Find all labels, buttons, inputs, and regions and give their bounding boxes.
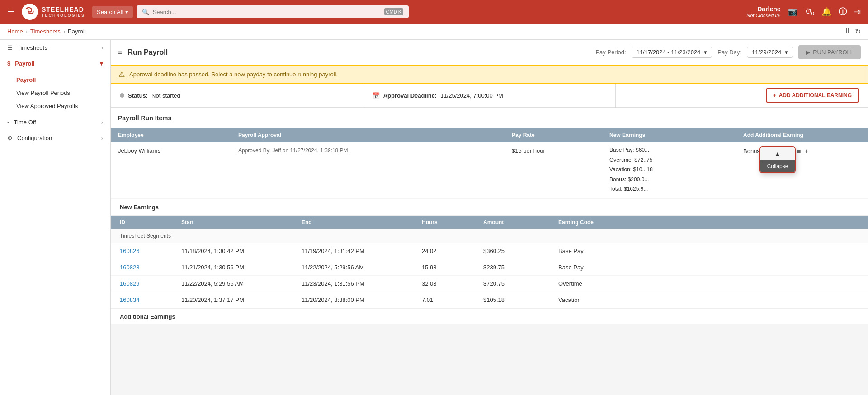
col-employee: Employee xyxy=(118,132,231,138)
nav-right: Darlene Not Clocked In! 📷 ⏱0 🔔 ⓘ ⇥ xyxy=(746,5,861,18)
breadcrumb-home[interactable]: Home xyxy=(7,28,23,35)
run-payroll-panel: ≡ Run Payroll Pay Period: 11/17/2024 - 1… xyxy=(111,40,868,108)
hours-160829: 32.03 xyxy=(422,280,476,287)
user-name: Darlene xyxy=(746,5,780,13)
refresh-icon[interactable]: ↻ xyxy=(855,27,861,36)
hours-160828: 15.98 xyxy=(422,264,476,271)
logout-icon[interactable]: ⇥ xyxy=(854,7,861,17)
start-160834: 11/20/2024, 1:37:17 PM xyxy=(181,296,294,303)
collapse-button[interactable]: Collapse xyxy=(760,160,795,172)
chevron-down-icon-payroll: ▾ xyxy=(100,60,103,67)
pay-period-value: 11/17/2024 - 11/23/2024 xyxy=(637,49,701,56)
code-160834: Vacation xyxy=(558,296,859,303)
sidebar-item-payroll[interactable]: $ Payroll ▾ xyxy=(0,56,110,71)
sub-col-amount: Amount xyxy=(483,219,551,226)
sidebar-item-time-off[interactable]: ▪ Time Off › xyxy=(0,114,110,130)
code-160829: Overtime xyxy=(558,280,859,287)
panel-title: Run Payroll xyxy=(127,48,168,56)
bell-icon[interactable]: 🔔 xyxy=(821,7,831,17)
warning-icon: ⚠ xyxy=(118,70,125,79)
run-payroll-button[interactable]: ▶ RUN PAYROLL xyxy=(798,45,861,59)
timer-icon[interactable]: ⏱0 xyxy=(805,8,814,16)
additional-earnings-label: Additional Earnings xyxy=(111,308,868,324)
warning-bar: ⚠ Approval deadline has passed. Select a… xyxy=(111,65,868,84)
add-additional-earning-button[interactable]: + ADD ADDITIONAL EARNING xyxy=(766,88,859,103)
sidebar-sub-payroll-periods[interactable]: View Payroll Periods xyxy=(16,86,110,99)
collapse-label: Collapse xyxy=(767,163,788,169)
add-earning-cell: + ADD ADDITIONAL EARNING xyxy=(616,84,868,107)
warning-text: Approval deadline has passed. Select a n… xyxy=(129,71,338,78)
status-value: Not started xyxy=(151,92,180,99)
total-line: Total: $1625.9... xyxy=(609,184,736,194)
start-160829: 11/22/2024, 5:29:56 AM xyxy=(181,280,294,287)
calendar-icon: 📅 xyxy=(373,92,380,99)
amount-160829: $720.75 xyxy=(483,280,551,287)
search-box: 🔍 CMD K xyxy=(137,5,409,18)
plus-icon-earn: + xyxy=(773,92,776,99)
hours-160834: 7.01 xyxy=(422,296,476,303)
col-approval: Payroll Approval xyxy=(238,132,505,138)
end-160829: 11/23/2024, 1:31:56 PM xyxy=(302,280,415,287)
collapse-popup: ▲ Collapse xyxy=(760,146,796,173)
approval-text: Approved By: Jeff on 11/27/2024, 1:39:18… xyxy=(238,146,505,154)
overtime-line: Overtime: $72..75 xyxy=(609,155,736,165)
amount-160828: $239.75 xyxy=(483,264,551,271)
sub-col-end: End xyxy=(302,219,415,226)
col-newearnings: New Earnings xyxy=(609,132,736,138)
base-pay-line: Base Pay: $60... xyxy=(609,146,736,155)
pause-icon[interactable]: ⏸ xyxy=(844,27,851,36)
chevron-right-icon-config: › xyxy=(101,135,103,141)
panel-header: ≡ Run Payroll Pay Period: 11/17/2024 - 1… xyxy=(111,40,868,65)
up-arrow-button[interactable]: ▲ xyxy=(760,147,795,160)
new-earnings-table-header: ID Start End Hours Amount Earning Code xyxy=(111,216,868,229)
breadcrumb-timesheets[interactable]: Timesheets xyxy=(30,28,61,35)
earning-id-160828[interactable]: 160828 xyxy=(120,264,174,271)
sidebar-timesheets-label: Timesheets xyxy=(17,44,47,51)
earning-id-160834[interactable]: 160834 xyxy=(120,296,174,303)
start-160826: 11/18/2024, 1:30:42 PM xyxy=(181,248,294,254)
logo-icon xyxy=(22,4,38,20)
code-160826: Base Pay xyxy=(558,248,859,254)
hamburger-icon[interactable]: ☰ xyxy=(7,7,14,17)
end-160828: 11/22/2024, 5:29:56 AM xyxy=(302,264,415,271)
gear-icon: ⚙ xyxy=(7,135,13,141)
earning-id-160826[interactable]: 160826 xyxy=(120,248,174,254)
chevron-right-icon: › xyxy=(101,44,103,51)
chevron-down-period: ▾ xyxy=(704,49,707,56)
main-content: ≡ Run Payroll Pay Period: 11/17/2024 - 1… xyxy=(111,40,868,395)
pay-day-selector[interactable]: 11/29/2024 ▾ xyxy=(747,47,793,58)
stop-icon[interactable]: ■ xyxy=(797,147,801,155)
run-payroll-label: RUN PAYROLL xyxy=(813,49,854,56)
code-160828: Base Pay xyxy=(558,264,859,271)
status-row: Status: Not started 📅 Approval Deadline:… xyxy=(111,84,868,108)
start-160828: 11/21/2024, 1:30:56 PM xyxy=(181,264,294,271)
hours-160826: 24.02 xyxy=(422,248,476,254)
info-icon[interactable]: ⓘ xyxy=(839,6,847,17)
chevron-right-icon-timeoff: › xyxy=(101,119,103,126)
sidebar-sub-approved-payrolls[interactable]: View Approved Payrolls xyxy=(16,99,110,113)
camera-icon[interactable]: 📷 xyxy=(788,7,798,17)
earning-id-160829[interactable]: 160829 xyxy=(120,280,174,287)
app-name: STEELHEAD xyxy=(42,6,85,13)
pay-period-label: Pay Period: xyxy=(595,49,626,56)
sub-col-start: Start xyxy=(181,219,294,226)
sidebar-item-timesheets[interactable]: ☰ Timesheets › xyxy=(0,40,110,56)
new-earnings-cell: Base Pay: $60... Overtime: $72..75 Vacat… xyxy=(609,146,736,194)
pay-period-selector[interactable]: 11/17/2024 - 11/23/2024 ▾ xyxy=(632,47,712,58)
sidebar: ☰ Timesheets › $ Payroll ▾ Payroll View … xyxy=(0,40,111,395)
sidebar-item-configuration[interactable]: ⚙ Configuration › xyxy=(0,130,110,146)
table-row: Jebboy Williams Approved By: Jeff on 11/… xyxy=(111,142,868,198)
timesheet-segments-label: Timesheet Segments xyxy=(111,229,868,243)
search-all-label: Search All xyxy=(97,9,123,15)
search-all-button[interactable]: Search All ▾ xyxy=(92,6,133,18)
plus-icon-row[interactable]: + xyxy=(805,147,808,155)
timesheets-icon: ☰ xyxy=(7,44,13,51)
app-subtitle: technologies xyxy=(42,13,85,18)
search-shortcut: CMD K xyxy=(384,8,403,15)
end-160834: 11/20/2024, 8:38:00 PM xyxy=(302,296,415,303)
search-input[interactable] xyxy=(153,9,381,15)
pay-rate: $15 per hour xyxy=(512,146,602,154)
amount-160826: $360.25 xyxy=(483,248,551,254)
chevron-down-payday: ▾ xyxy=(785,49,788,56)
sidebar-sub-payroll[interactable]: Payroll xyxy=(16,73,110,86)
